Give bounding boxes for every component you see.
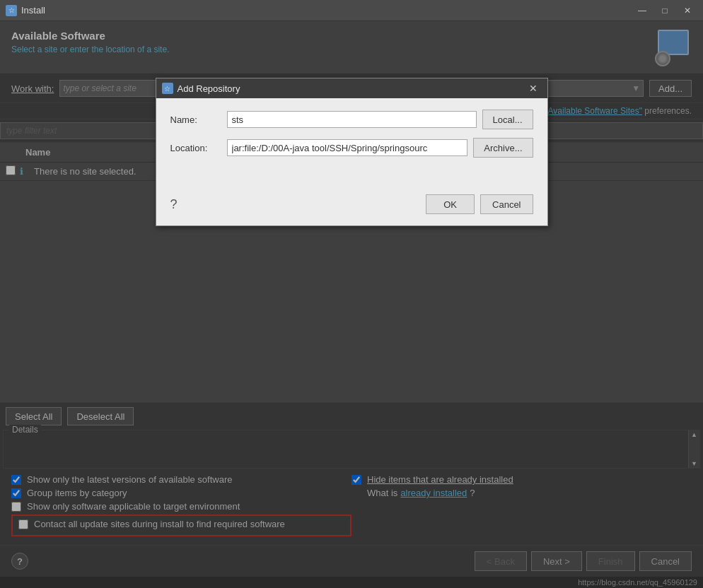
- add-repository-dialog: ☆ Add Repository ✕ Name: Local... Locati…: [156, 78, 548, 226]
- archive-button[interactable]: Archive...: [473, 138, 533, 158]
- dialog-ok-button[interactable]: OK: [426, 194, 475, 214]
- dialog-help-icon[interactable]: ?: [170, 197, 178, 212]
- dialog-title-bar: ☆ Add Repository ✕: [156, 78, 547, 98]
- dialog-name-row: Name: Local...: [170, 110, 533, 129]
- location-label: Location:: [170, 143, 227, 153]
- window-controls: — □ ✕: [632, 4, 697, 18]
- dialog-title-left: ☆ Add Repository: [162, 83, 240, 94]
- minimize-button[interactable]: —: [632, 4, 652, 18]
- name-input[interactable]: [227, 111, 477, 128]
- maximize-button[interactable]: □: [655, 4, 675, 18]
- location-input[interactable]: [227, 139, 468, 156]
- dialog-location-row: Location: Archive...: [170, 138, 533, 158]
- name-label: Name:: [170, 114, 227, 125]
- dialog-title: Add Repository: [178, 83, 240, 94]
- title-bar: ☆ Install — □ ✕: [0, 0, 703, 21]
- dialog-close-button[interactable]: ✕: [525, 80, 542, 97]
- close-button[interactable]: ✕: [678, 4, 697, 18]
- modal-overlay: ☆ Add Repository ✕ Name: Local... Locati…: [0, 21, 703, 588]
- dialog-footer-buttons: OK Cancel: [426, 194, 533, 214]
- app-icon: ☆: [6, 5, 17, 16]
- window-title: Install: [21, 5, 45, 16]
- dialog-body: Name: Local... Location: Archive...: [156, 98, 547, 189]
- dialog-footer: ? OK Cancel: [156, 189, 547, 225]
- local-button[interactable]: Local...: [482, 110, 533, 129]
- dialog-cancel-button[interactable]: Cancel: [480, 194, 533, 214]
- dialog-icon: ☆: [162, 83, 173, 94]
